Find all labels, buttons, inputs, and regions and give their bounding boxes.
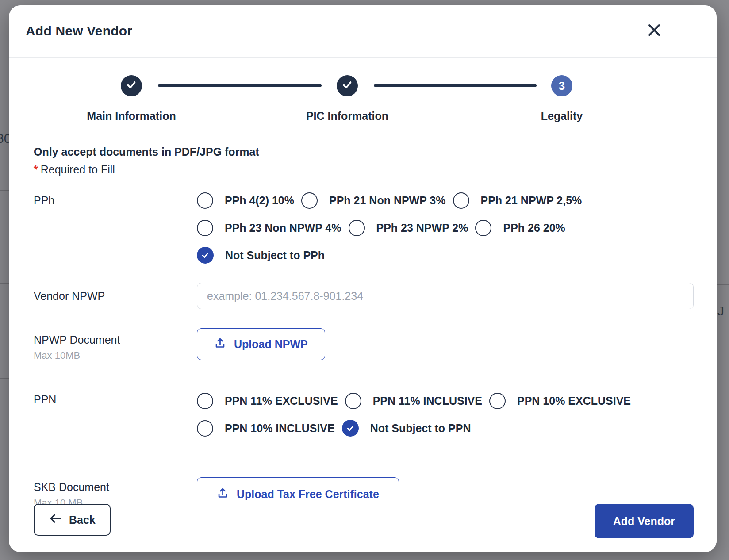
upload-tax-free-certificate-button[interactable]: Upload Tax Free Certificate bbox=[197, 477, 399, 504]
radio-checked-icon bbox=[342, 420, 359, 437]
radio-circle-icon bbox=[475, 220, 491, 236]
radio-ppn-10-exclusive[interactable]: PPN 10% EXCLUSIVE bbox=[489, 393, 631, 409]
radio-circle-icon bbox=[197, 220, 213, 236]
radio-pph-4-2-10[interactable]: PPh 4(2) 10% bbox=[197, 192, 294, 209]
radio-circle-icon bbox=[453, 192, 469, 209]
skb-document-field-row: SKB Document Max 10 MB Upload Tax Free C… bbox=[9, 477, 717, 504]
background-table-row-divider bbox=[716, 515, 729, 515]
radio-pph-23-non-npwp-4[interactable]: PPh 23 Non NPWP 4% bbox=[197, 220, 341, 236]
step-pic-information-circle[interactable] bbox=[337, 75, 358, 96]
radio-label: PPN 10% INCLUSIVE bbox=[225, 422, 335, 435]
format-note: Only accept documents in PDF/JPG format bbox=[34, 145, 694, 159]
radio-circle-icon bbox=[197, 393, 213, 409]
modal-header: Add New Vendor bbox=[9, 5, 717, 58]
background-table-cell-text: J bbox=[717, 303, 724, 318]
radio-label: PPh 21 NPWP 2,5% bbox=[481, 194, 582, 207]
ppn-options-row-1: PPN 11% EXCLUSIVE PPN 11% INCLUSIVE PPN … bbox=[197, 387, 694, 414]
npwp-document-label: NPWP Document bbox=[34, 333, 197, 347]
upload-npwp-label: Upload NPWP bbox=[234, 338, 308, 351]
radio-ppn-10-inclusive[interactable]: PPN 10% INCLUSIVE bbox=[197, 420, 335, 437]
step-label-main-information: Main Information bbox=[87, 110, 176, 123]
step-number: 3 bbox=[559, 79, 565, 93]
background-table-row-divider bbox=[0, 42, 9, 42]
radio-label: PPh 21 Non NPWP 3% bbox=[329, 194, 446, 207]
required-asterisk: * bbox=[34, 163, 38, 176]
radio-pph-23-npwp-2[interactable]: PPh 23 NPWP 2% bbox=[349, 220, 468, 236]
radio-not-subject-to-pph[interactable]: Not Subject to PPh bbox=[197, 247, 325, 264]
step-legality-circle[interactable]: 3 bbox=[551, 75, 572, 96]
background-table-row-divider bbox=[0, 283, 9, 284]
npwp-document-hint: Max 10MB bbox=[34, 349, 197, 362]
modal-title: Add New Vendor bbox=[26, 23, 132, 38]
arrow-left-icon bbox=[49, 512, 62, 528]
format-note-block: Only accept documents in PDF/JPG format … bbox=[34, 145, 694, 177]
background-table-row-divider bbox=[716, 284, 729, 285]
stepper: 3 Main Information PIC Information Legal… bbox=[9, 67, 717, 129]
pph-field-row: PPh PPh 4(2) 10% PPh 21 Non NPWP 3% PPh … bbox=[9, 187, 717, 269]
radio-label: PPN 11% EXCLUSIVE bbox=[225, 395, 338, 407]
radio-circle-icon bbox=[301, 192, 318, 209]
radio-circle-icon bbox=[345, 393, 361, 409]
radio-circle-icon bbox=[349, 220, 365, 236]
skb-document-label: SKB Document bbox=[34, 480, 197, 495]
radio-pph-21-non-npwp-3[interactable]: PPh 21 Non NPWP 3% bbox=[301, 192, 446, 209]
radio-label: PPN 11% INCLUSIVE bbox=[373, 395, 482, 407]
radio-circle-icon bbox=[489, 393, 506, 409]
radio-checked-icon bbox=[197, 247, 214, 264]
radio-label: PPN 10% EXCLUSIVE bbox=[517, 395, 631, 407]
modal-footer: Back Add Vendor bbox=[9, 504, 717, 552]
radio-label: PPh 23 NPWP 2% bbox=[376, 222, 468, 234]
pph-options-row-1: PPh 4(2) 10% PPh 21 Non NPWP 3% PPh 21 N… bbox=[197, 187, 694, 214]
ppn-options-row-2: PPN 10% INCLUSIVE Not Subject to PPN bbox=[197, 414, 694, 442]
step-label-legality: Legality bbox=[541, 110, 583, 123]
radio-ppn-11-exclusive[interactable]: PPN 11% EXCLUSIVE bbox=[197, 393, 338, 409]
ppn-field-row: PPN PPN 11% EXCLUSIVE PPN 11% INCLUSIVE … bbox=[9, 387, 717, 442]
required-note: *Required to Fill bbox=[34, 162, 694, 177]
step-main-information-circle[interactable] bbox=[121, 75, 142, 96]
upload-npwp-button[interactable]: Upload NPWP bbox=[197, 328, 325, 360]
pph-options-row-3: Not Subject to PPh bbox=[197, 242, 694, 269]
check-icon bbox=[341, 79, 353, 92]
background-table-row-divider bbox=[0, 190, 9, 191]
pph-options-row-2: PPh 23 Non NPWP 4% PPh 23 NPWP 2% PPh 26… bbox=[197, 214, 694, 242]
upload-skb-label: Upload Tax Free Certificate bbox=[237, 488, 379, 501]
radio-ppn-11-inclusive[interactable]: PPN 11% INCLUSIVE bbox=[345, 393, 482, 409]
required-text: Required to Fill bbox=[41, 163, 115, 176]
check-icon bbox=[126, 79, 137, 92]
radio-label: PPh 26 20% bbox=[503, 222, 565, 234]
background-table-row-divider bbox=[0, 378, 9, 379]
radio-label: Not Subject to PPh bbox=[225, 249, 325, 262]
modal-body: 3 Main Information PIC Information Legal… bbox=[9, 58, 717, 504]
close-icon bbox=[647, 23, 662, 39]
vendor-npwp-input[interactable] bbox=[197, 283, 694, 309]
vendor-npwp-label: Vendor NPWP bbox=[34, 283, 197, 303]
radio-label: Not Subject to PPN bbox=[370, 422, 471, 435]
npwp-document-field-row: NPWP Document Max 10MB Upload NPWP bbox=[9, 328, 717, 362]
radio-label: PPh 23 Non NPWP 4% bbox=[225, 222, 341, 234]
add-new-vendor-modal: Add New Vendor bbox=[9, 5, 717, 552]
upload-icon bbox=[214, 337, 226, 352]
add-vendor-button[interactable]: Add Vendor bbox=[595, 504, 694, 538]
pph-label: PPh bbox=[34, 187, 197, 208]
background-table-row-divider bbox=[0, 113, 9, 113]
back-label: Back bbox=[69, 514, 96, 526]
vendor-npwp-field-row: Vendor NPWP bbox=[9, 283, 717, 309]
upload-icon bbox=[217, 487, 229, 502]
radio-pph-26-20[interactable]: PPh 26 20% bbox=[475, 220, 565, 236]
radio-pph-21-npwp-2-5[interactable]: PPh 21 NPWP 2,5% bbox=[453, 192, 582, 209]
radio-circle-icon bbox=[197, 420, 213, 437]
close-button[interactable] bbox=[646, 23, 663, 39]
skb-document-hint: Max 10 MB bbox=[34, 496, 197, 504]
radio-not-subject-to-ppn[interactable]: Not Subject to PPN bbox=[342, 420, 471, 437]
step-label-pic-information: PIC Information bbox=[306, 110, 388, 123]
radio-label: PPh 4(2) 10% bbox=[225, 194, 294, 207]
background-table-row-divider bbox=[0, 476, 9, 476]
stepper-connector bbox=[158, 84, 322, 87]
radio-circle-icon bbox=[197, 192, 213, 209]
back-button[interactable]: Back bbox=[34, 504, 111, 536]
ppn-label: PPN bbox=[34, 387, 197, 407]
stepper-connector bbox=[374, 84, 537, 87]
background-table-row-divider bbox=[716, 55, 729, 55]
